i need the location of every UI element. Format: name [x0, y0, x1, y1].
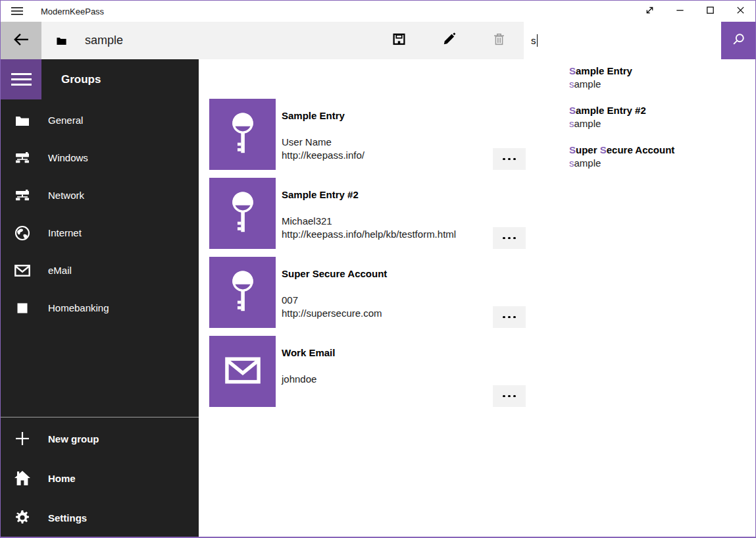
more-icon	[503, 395, 505, 398]
sidebar-item-internet[interactable]: Internet	[1, 214, 199, 252]
envelope-icon	[225, 357, 261, 387]
plus-icon	[14, 430, 31, 447]
suggestion-subtitle: sample	[569, 157, 750, 170]
more-icon	[503, 158, 505, 161]
more-button[interactable]	[493, 385, 526, 407]
entry-row-sample-entry[interactable]: Sample EntryUser Namehttp://keepass.info…	[209, 99, 526, 170]
folder-icon	[14, 112, 31, 129]
maximize-button[interactable]	[695, 1, 725, 22]
entry-detail-line: Michael321	[282, 215, 456, 228]
search-icon	[731, 32, 745, 49]
more-button[interactable]	[493, 148, 526, 170]
suggestion-title: Sample Entry #2	[569, 104, 750, 117]
entry-row-super-secure-account[interactable]: Super Secure Account007http://supersecur…	[209, 257, 526, 328]
suggestion-subtitle: sample	[569, 78, 750, 91]
entry-row-sample-entry-2[interactable]: Sample Entry #2Michael321http://keepass.…	[209, 178, 526, 249]
sidebar-item-label: Internet	[48, 227, 82, 238]
text-caret	[537, 34, 538, 47]
sidebar-item-label: New group	[48, 433, 99, 444]
sidebar-item-label: Homebanking	[48, 302, 109, 313]
search-input[interactable]: s	[524, 22, 721, 59]
entry-title: Sample Entry #2	[282, 188, 456, 201]
entry-text: Sample EntryUser Namehttp://keepass.info…	[282, 99, 365, 170]
save-button[interactable]	[374, 22, 424, 59]
square-icon	[14, 300, 31, 317]
fullscreen-button[interactable]	[634, 1, 665, 22]
database-title: sample	[85, 34, 123, 47]
entry-text: Super Secure Account007http://supersecur…	[282, 257, 387, 328]
window-controls	[634, 1, 755, 22]
sidebar-item-label: Settings	[48, 512, 87, 524]
suggestion-title: Sample Entry	[569, 65, 750, 77]
sidebar-item-label: Network	[48, 190, 84, 201]
sidebar-item-label: Windows	[48, 152, 88, 163]
sidebar-item-windows[interactable]: Windows	[1, 139, 199, 176]
key-icon	[228, 111, 258, 159]
back-arrow-icon	[13, 31, 30, 51]
globe-icon	[14, 225, 31, 242]
entry-list: Sample EntryUser Namehttp://keepass.info…	[209, 99, 526, 415]
save-icon	[392, 32, 406, 49]
envelope-icon	[14, 262, 31, 279]
entry-panel: Sample EntryUser Namehttp://keepass.info…	[199, 59, 755, 537]
more-icon	[503, 316, 505, 319]
content: Groups GeneralWindowsNetworkInterneteMai…	[1, 59, 755, 537]
close-icon	[736, 5, 745, 18]
minimize-button[interactable]	[665, 1, 695, 22]
nav-toggle-button[interactable]	[1, 59, 41, 99]
sidebar-separator	[1, 417, 199, 417]
trash-icon	[492, 32, 506, 49]
entry-detail-line: http://supersecure.com	[282, 307, 387, 320]
sidebar-footer-list: New groupHomeSettings	[1, 419, 199, 537]
entry-tile[interactable]	[209, 257, 276, 328]
sidebar-item-label: Home	[48, 473, 76, 484]
more-button[interactable]	[493, 306, 526, 328]
entry-detail-line: http://keepass.info/	[282, 149, 365, 162]
window-title: ModernKeePass	[41, 7, 104, 16]
appbar-actions	[374, 22, 524, 59]
key-icon	[228, 269, 258, 317]
titlebar-hamburger-icon[interactable]	[11, 7, 23, 16]
search-button[interactable]	[721, 22, 755, 59]
hamburger-icon	[11, 73, 32, 75]
sidebar-item-home[interactable]: Home	[1, 458, 199, 498]
sidebar-item-settings[interactable]: Settings	[1, 498, 199, 537]
sidebar-item-homebanking[interactable]: Homebanking	[1, 289, 199, 327]
sidebar-item-general[interactable]: General	[1, 101, 199, 139]
appbar: sample s	[1, 22, 755, 59]
sidebar-item-network[interactable]: Network	[1, 176, 199, 214]
titlebar: ModernKeePass	[1, 1, 755, 22]
entry-text: Sample Entry #2Michael321http://keepass.…	[282, 178, 456, 249]
fullscreen-icon	[645, 5, 655, 18]
entry-detail-line: 007	[282, 294, 387, 307]
close-button[interactable]	[725, 1, 755, 22]
entry-tile[interactable]	[209, 99, 276, 170]
edit-button[interactable]	[424, 22, 474, 59]
search-query-text: s	[531, 35, 536, 46]
maximize-icon	[705, 5, 715, 18]
entry-detail-line: johndoe	[282, 373, 335, 386]
sidebar-item-new-group[interactable]: New group	[1, 419, 199, 458]
search-suggestion[interactable]: Super Secure Accountsample	[569, 144, 750, 183]
search-suggestion[interactable]: Sample Entrysample	[569, 65, 750, 104]
groups-heading: Groups	[61, 73, 101, 86]
key-icon	[228, 190, 258, 238]
entry-title: Super Secure Account	[282, 267, 387, 280]
sidebar-item-email[interactable]: eMail	[1, 252, 199, 289]
back-button[interactable]	[1, 22, 41, 59]
network-icon	[14, 187, 31, 204]
entry-tile[interactable]	[209, 178, 276, 249]
suggestion-subtitle: sample	[569, 117, 750, 130]
gear-icon	[14, 509, 31, 526]
database-folder-icon	[56, 36, 67, 45]
entry-tile[interactable]	[209, 336, 276, 407]
entry-title: Sample Entry	[282, 109, 365, 122]
search-suggestion[interactable]: Sample Entry #2sample	[569, 104, 750, 144]
entry-text: Work Emailjohndoe	[282, 336, 335, 407]
sidebar-item-label: General	[48, 115, 83, 126]
app-window: ModernKeePass sample s Groups	[0, 0, 756, 538]
more-button[interactable]	[493, 227, 526, 249]
home-icon	[14, 470, 31, 487]
entry-row-work-email[interactable]: Work Emailjohndoe	[209, 336, 526, 407]
sidebar-item-label: eMail	[48, 265, 72, 276]
